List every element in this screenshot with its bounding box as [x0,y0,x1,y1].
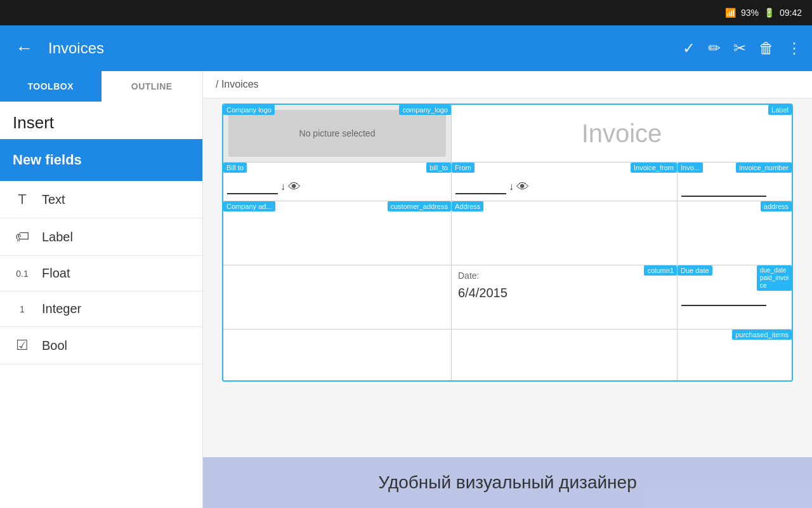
invoice-row-4: column1 Date: 6/4/2015 Due date due_date… [223,265,792,330]
invoice-grid: Company logo company_logo No picture sel… [222,104,793,382]
check-icon[interactable]: ✓ [683,39,695,57]
company-addr-label: Company ad... [223,201,275,211]
bill-to-eye: 👁 [288,180,301,194]
due-date-cell[interactable]: Due date due_datepaid_invoice [678,265,792,329]
inv-num-label: Invo... [678,163,703,173]
company-logo-label-tag: Company logo [223,105,275,115]
edit-icon[interactable]: ✏ [708,39,721,57]
float-label: Float [42,266,70,281]
float-icon: 0.1 [13,269,32,279]
due-date-label: Due date [678,265,712,276]
invoice-canvas: Company logo company_logo No picture sel… [203,98,812,508]
inv-num-cell[interactable]: Invo... invoice_number [678,163,792,201]
app-bar: ← Invoices ✓ ✏ ✂ 🗑 ⋮ [0,25,812,71]
from-label: From [452,163,475,173]
date-label: Date: [452,265,677,281]
from-tag: Invoice_from [631,163,677,173]
new-fields-item[interactable]: New fields [0,139,202,181]
integer-icon: 1 [13,304,32,314]
overlay-text: Удобный визуальный дизайнер [378,472,636,493]
company-addr-cell[interactable]: Company ad... customer_address [223,201,452,265]
main-layout: TOOLBOX OUTLINE Insert New fields T Text… [0,71,812,508]
sidebar-item-integer[interactable]: 1 Integer [0,291,202,327]
due-date-tag: due_datepaid_invoice [757,265,792,291]
overlay-banner: Удобный визуальный дизайнер [203,457,812,508]
app-title: Invoices [48,39,672,57]
inv-num-tag: invoice_number [736,163,792,173]
status-bar: 📶 93% 🔋 09:42 [0,0,812,25]
tab-outline[interactable]: OUTLINE [102,71,203,102]
label-tag: Label [768,105,792,115]
address-tag: address [761,201,792,211]
col1-tag: column1 [644,265,677,276]
company-logo-cell[interactable]: Company logo company_logo No picture sel… [223,105,452,162]
content-area: / Invoices Company logo company_logo No … [203,71,812,508]
from-input[interactable] [455,179,506,194]
company-addr-tag: customer_address [388,201,452,211]
row4-left-cell [223,265,452,329]
integer-label: Integer [42,302,81,316]
from-eye: 👁 [516,180,529,194]
row5-mid-cell [452,330,678,380]
bill-to-cell[interactable]: Bill to bill_to ↓ 👁 [223,163,452,201]
back-button[interactable]: ← [10,36,38,61]
purchased-tag: purchased_items [732,330,792,340]
tab-toolbox[interactable]: TOOLBOX [0,71,102,102]
invoice-row-2: Bill to bill_to ↓ 👁 From Invoice_from [223,163,792,201]
time-display: 09:42 [780,8,802,18]
date-value: 6/4/2015 [452,281,677,305]
sidebar-item-text[interactable]: T Text [0,181,202,218]
invoice-row-1: Company logo company_logo No picture sel… [223,105,792,163]
from-cell[interactable]: From Invoice_from ↓ 👁 [452,163,678,201]
sidebar-tabs: TOOLBOX OUTLINE [0,71,202,102]
company-logo-tag: company_logo [399,105,451,115]
sidebar-item-label[interactable]: 🏷 Label [0,218,202,256]
label-icon: 🏷 [13,229,32,245]
bool-label: Bool [42,338,67,353]
wifi-icon: 📶 [725,8,736,18]
sidebar-item-float[interactable]: 0.1 Float [0,256,202,291]
bill-to-arrow: ↓ [280,181,285,192]
bill-to-tag: bill_to [426,163,451,173]
battery-icon: 🔋 [764,8,775,18]
bool-icon: ☑ [13,337,32,354]
bill-to-input[interactable] [227,179,278,194]
label-label: Label [42,230,73,244]
bill-to-label: Bill to [223,163,247,173]
breadcrumb: / Invoices [203,71,812,98]
addr-right-cell[interactable]: address [678,201,792,265]
no-image-text: No picture selected [299,128,376,138]
logo-placeholder: No picture selected [228,110,446,157]
text-icon: T [13,191,32,208]
from-arrow: ↓ [509,181,514,192]
sidebar-item-bool[interactable]: ☑ Bool [0,327,202,364]
delete-icon[interactable]: 🗑 [759,39,774,57]
sidebar: TOOLBOX OUTLINE Insert New fields T Text… [0,71,203,508]
invoice-title-cell: Label Invoice [452,105,792,162]
invoice-row-5: purchased_items [223,330,792,380]
address-label: Address [452,201,483,211]
invoice-row-3: Company ad... customer_address Address a… [223,201,792,265]
toolbar-icons: ✓ ✏ ✂ 🗑 ⋮ [683,39,802,57]
more-icon[interactable]: ⋮ [787,39,802,57]
battery-level: 93% [741,8,759,18]
insert-label: Insert [0,102,202,139]
text-label: Text [42,192,65,207]
address-cell[interactable]: Address [452,201,678,265]
row5-left-cell [223,330,452,380]
date-cell[interactable]: column1 Date: 6/4/2015 [452,265,678,329]
purchased-cell[interactable]: purchased_items [678,330,792,380]
invoice-title: Invoice [582,119,662,148]
eraser-icon[interactable]: ✂ [733,39,746,57]
